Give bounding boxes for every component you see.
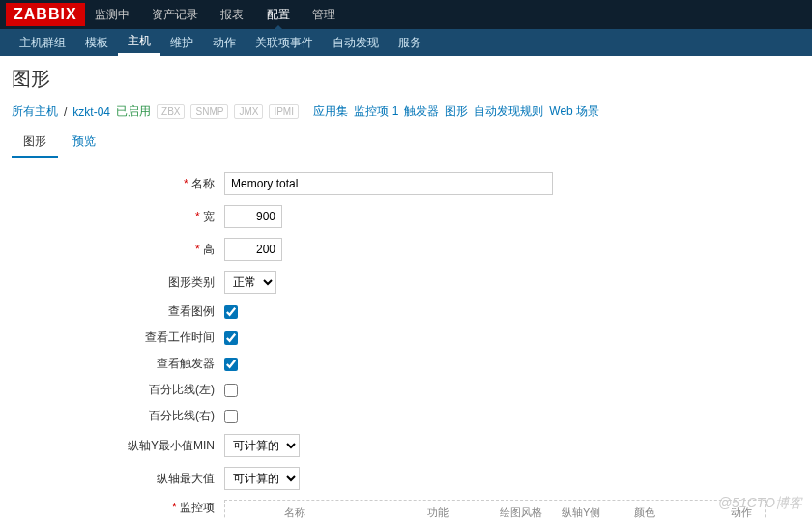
topnav-inventory[interactable]: 资产记录	[142, 0, 208, 29]
check-pleft[interactable]	[224, 384, 238, 397]
bc-triggers[interactable]: 触发器	[404, 103, 439, 120]
subnav-actions[interactable]: 动作	[203, 29, 246, 56]
input-height[interactable]	[224, 238, 282, 261]
subnav-discovery[interactable]: 自动发现	[323, 29, 389, 56]
th-yaxis: 纵轴Y侧	[556, 501, 628, 518]
bc-discovery[interactable]: 自动发现规则	[474, 103, 543, 120]
bc-apps[interactable]: 应用集	[313, 103, 348, 120]
bc-host[interactable]: kzkt-04	[72, 105, 110, 119]
label-ymin: 纵轴Y最小值MIN	[12, 438, 224, 454]
label-legend: 查看图例	[12, 303, 224, 320]
label-worktime: 查看工作时间	[12, 330, 224, 346]
th-func: 功能	[421, 501, 494, 518]
label-triggers: 查看触发器	[12, 356, 224, 372]
input-width[interactable]	[224, 205, 282, 228]
label-ymax: 纵轴最大值	[12, 471, 224, 487]
watermark: @51CTO博客	[718, 495, 802, 512]
label-width: 宽	[12, 209, 224, 225]
tag-zbx: ZBX	[157, 104, 185, 119]
logo: ZABBIX	[6, 3, 85, 26]
topnav-reports[interactable]: 报表	[211, 0, 253, 29]
tag-jmx: JMX	[234, 104, 263, 119]
top-bar: ZABBIX 监测中 资产记录 报表 配置 管理	[0, 0, 812, 29]
th-color: 颜色	[628, 501, 724, 518]
label-pleft: 百分比线(左)	[12, 382, 224, 398]
top-nav: 监测中 资产记录 报表 配置 管理	[85, 0, 345, 29]
check-triggers[interactable]	[224, 358, 238, 371]
bc-items[interactable]: 监控项 1	[354, 103, 398, 120]
label-height: 高	[12, 242, 224, 258]
subnav-correlation[interactable]: 关联项事件	[246, 29, 323, 56]
tag-snmp: SNMP	[190, 104, 228, 119]
tabs: 图形 预览	[12, 128, 800, 158]
select-ymax[interactable]: 可计算的	[224, 467, 300, 490]
subnav-hosts[interactable]: 主机	[118, 29, 160, 56]
items-table: 名称 功能 绘图风格 纵轴Y侧 颜色 动作 ⋮⋮ 1: kzkt-04: Tot…	[224, 500, 766, 518]
sub-bar: 主机群组 模板 主机 维护 动作 关联项事件 自动发现 服务	[0, 29, 812, 56]
bc-graphs[interactable]: 图形	[445, 103, 468, 120]
topnav-config[interactable]: 配置	[257, 0, 300, 29]
subnav-templates[interactable]: 模板	[75, 29, 118, 56]
breadcrumb: 所有主机 / kzkt-04 已启用 ZBX SNMP JMX IPMI 应用集…	[12, 103, 800, 120]
tag-ipmi: IPMI	[269, 104, 299, 119]
tab-preview[interactable]: 预览	[61, 128, 107, 156]
th-style: 绘图风格	[494, 501, 556, 518]
check-pright[interactable]	[224, 410, 238, 423]
subnav-maintenance[interactable]: 维护	[160, 29, 203, 56]
label-type: 图形类别	[12, 274, 224, 291]
bc-enabled: 已启用	[116, 103, 151, 120]
subnav-services[interactable]: 服务	[389, 29, 431, 56]
label-name: 名称	[12, 176, 224, 192]
tab-graph[interactable]: 图形	[12, 128, 58, 158]
page-title: 图形	[12, 66, 800, 92]
check-worktime[interactable]	[224, 331, 238, 345]
th-name: 名称	[278, 501, 421, 518]
topnav-admin[interactable]: 管理	[303, 0, 345, 29]
select-ymin[interactable]: 可计算的	[224, 434, 300, 457]
select-type[interactable]: 正常	[224, 271, 276, 294]
bc-web[interactable]: Web 场景	[549, 103, 599, 120]
check-legend[interactable]	[224, 305, 238, 319]
input-name[interactable]	[224, 172, 553, 195]
label-pright: 百分比线(右)	[12, 408, 224, 424]
topnav-monitoring[interactable]: 监测中	[85, 0, 139, 29]
label-items: 监控项	[12, 500, 224, 516]
subnav-hostgroups[interactable]: 主机群组	[10, 29, 75, 56]
bc-all-hosts[interactable]: 所有主机	[12, 103, 58, 120]
